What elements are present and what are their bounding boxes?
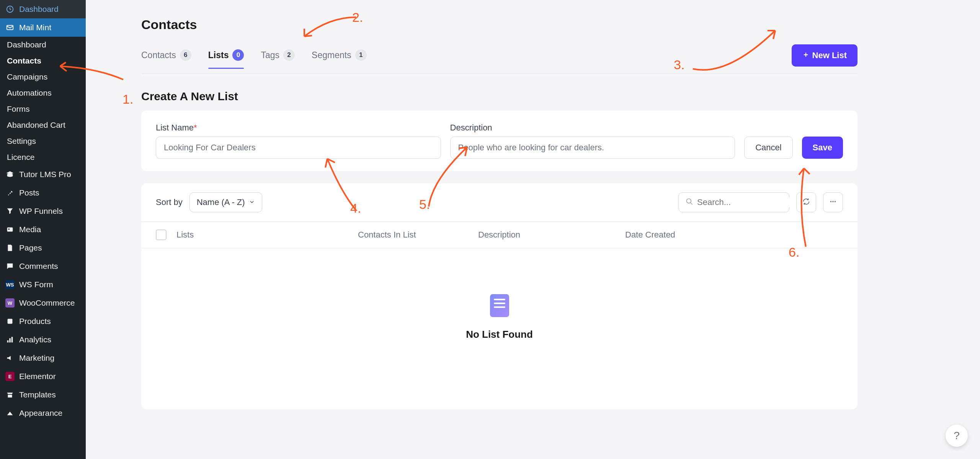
sidebar-item-products[interactable]: Products [0, 312, 86, 330]
sidebar-item-label: Dashboard [19, 5, 59, 14]
sidebar-item-appearance[interactable]: Appearance [0, 404, 86, 422]
sidebar-item-label: Pages [19, 243, 42, 252]
create-list-title: Create A New List [141, 90, 858, 103]
cancel-button[interactable]: Cancel [744, 137, 792, 159]
th-description: Description [478, 230, 616, 240]
help-button[interactable]: ? [946, 425, 968, 447]
plus-icon [802, 50, 809, 60]
select-all-checkbox[interactable] [156, 230, 167, 240]
sidebar-sub-automations[interactable]: Automations [0, 85, 86, 101]
sidebar-item-dashboard[interactable]: Dashboard [0, 0, 86, 18]
sidebar-item-label: WP Funnels [19, 207, 63, 216]
tab-list: Contacts 6 Lists 0 Tags 2 Segments 1 [141, 49, 792, 68]
tab-tags[interactable]: Tags 2 [261, 49, 295, 68]
analytics-icon [5, 335, 15, 344]
page-title: Contacts [141, 17, 858, 32]
search-box[interactable] [678, 192, 789, 212]
sidebar-item-label: Posts [19, 188, 39, 197]
sidebar-item-templates[interactable]: Templates [0, 386, 86, 404]
sidebar-item-comments[interactable]: Comments [0, 257, 86, 275]
main-content: Contacts Contacts 6 Lists 0 Tags 2 Segme… [86, 0, 980, 459]
svg-rect-6 [9, 338, 11, 342]
chevron-down-icon [249, 197, 255, 207]
description-field: Description [450, 123, 735, 159]
sidebar-sub-forms[interactable]: Forms [0, 101, 86, 117]
product-icon [5, 317, 15, 326]
svg-point-3 [8, 228, 10, 230]
new-list-button[interactable]: New List [792, 44, 858, 67]
table-toolbar: Sort by Name (A - Z) [141, 183, 858, 221]
tab-segments[interactable]: Segments 1 [312, 49, 367, 68]
sidebar-item-pages[interactable]: Pages [0, 239, 86, 257]
sort-value: Name (A - Z) [197, 197, 245, 207]
tab-badge: 2 [283, 49, 295, 61]
tab-badge: 6 [180, 49, 191, 61]
sidebar-item-elementor[interactable]: E Elementor [0, 367, 86, 386]
svg-rect-2 [7, 228, 13, 232]
elementor-badge-icon: E [5, 372, 15, 381]
th-contacts: Contacts In List [358, 230, 469, 240]
sidebar-sub-licence[interactable]: Licence [0, 149, 86, 165]
sidebar-item-label: WS Form [19, 280, 53, 289]
sidebar-sub-settings[interactable]: Settings [0, 133, 86, 149]
list-name-input[interactable] [156, 137, 441, 159]
sidebar-item-wsform[interactable]: WS WS Form [0, 275, 86, 294]
sidebar-sub-dashboard[interactable]: Dashboard [0, 37, 86, 53]
tab-contacts[interactable]: Contacts 6 [141, 49, 191, 68]
more-button[interactable] [823, 192, 843, 212]
sidebar-item-tutor[interactable]: Tutor LMS Pro [0, 165, 86, 184]
sidebar-item-label: Comments [19, 262, 58, 271]
empty-text: No List Found [466, 329, 533, 340]
sidebar-sub-abandoned-cart[interactable]: Abandoned Cart [0, 117, 86, 133]
svg-point-10 [832, 201, 834, 202]
sort-label: Sort by [156, 197, 183, 207]
th-date: Date Created [625, 230, 843, 240]
page-icon [5, 243, 15, 252]
svg-point-9 [830, 201, 832, 202]
save-button[interactable]: Save [802, 137, 843, 159]
sidebar-sub-contacts[interactable]: Contacts [0, 53, 86, 69]
sidebar-item-funnels[interactable]: WP Funnels [0, 202, 86, 220]
dashboard-icon [5, 5, 15, 14]
tab-label: Tags [261, 50, 279, 60]
form-row: List Name* Description Cancel Save [156, 123, 843, 159]
funnel-icon [5, 207, 15, 216]
pin-icon [5, 188, 15, 197]
sidebar-item-label: WooCommerce [19, 298, 75, 308]
svg-point-11 [835, 201, 836, 202]
sidebar-item-mail-mint[interactable]: Mail Mint [0, 18, 86, 37]
table-header: Lists Contacts In List Description Date … [141, 221, 858, 248]
tab-badge: 0 [232, 49, 244, 61]
new-list-label: New List [812, 50, 847, 60]
sidebar-item-label: Analytics [19, 335, 51, 344]
ws-badge-icon: WS [5, 280, 15, 289]
sidebar-item-analytics[interactable]: Analytics [0, 330, 86, 349]
sidebar-item-marketing[interactable]: Marketing [0, 349, 86, 367]
mail-icon [5, 23, 15, 32]
templates-icon [5, 390, 15, 399]
sidebar-item-label: Media [19, 225, 41, 234]
tab-label: Lists [208, 50, 229, 60]
tab-lists[interactable]: Lists 0 [208, 49, 244, 68]
description-input[interactable] [450, 137, 735, 159]
sidebar-item-media[interactable]: Media [0, 220, 86, 239]
search-input[interactable] [697, 197, 802, 207]
refresh-button[interactable] [796, 192, 816, 212]
create-list-card: List Name* Description Cancel Save [141, 111, 858, 171]
sidebar-sub-campaigns[interactable]: Campaigns [0, 69, 86, 85]
empty-state: No List Found [141, 248, 858, 409]
sidebar-item-woocommerce[interactable]: W WooCommerce [0, 294, 86, 312]
th-lists: Lists [176, 230, 349, 240]
sidebar-item-posts[interactable]: Posts [0, 184, 86, 202]
woo-badge-icon: W [5, 298, 15, 308]
tab-label: Segments [312, 50, 351, 60]
sidebar-item-label: Marketing [19, 353, 54, 363]
table-card: Sort by Name (A - Z) Lists Contacts In L… [141, 183, 858, 409]
sidebar: Dashboard Mail Mint Dashboard Contacts C… [0, 0, 86, 459]
empty-list-icon [490, 294, 509, 317]
sort-select[interactable]: Name (A - Z) [189, 192, 262, 212]
sidebar-item-label: Templates [19, 390, 56, 399]
more-icon [829, 197, 837, 207]
sidebar-item-label: Tutor LMS Pro [19, 170, 71, 179]
list-name-label: List Name* [156, 123, 441, 133]
